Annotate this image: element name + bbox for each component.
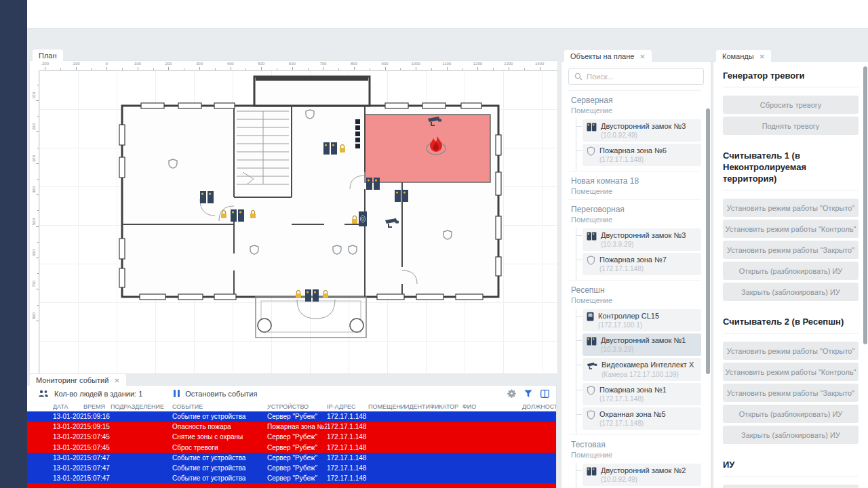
event-row[interactable]: 13-01-202115:07:45Снятие зоны с охраныСе… [27, 432, 556, 442]
ruler-label: -100 [72, 62, 80, 66]
room-group-header[interactable]: СервернаяПомещение [568, 90, 701, 119]
controller-icon [587, 311, 594, 324]
ruler-label: 500 [258, 62, 264, 66]
object-label: Двусторонний замок №3 (10.3.9.29) [601, 230, 697, 249]
plan-object-item[interactable]: Видеокамера Интеллект X (Камера 172.17.1… [583, 358, 701, 381]
room-type: Помещение [571, 106, 698, 115]
event-row[interactable]: 13-01-202115:09:16Событие от устройстваС… [27, 411, 556, 422]
object-label: Пожарная зона №7 (172.17.1.148) [599, 255, 697, 273]
command-button[interactable]: Закрыть (заблокировать) ИУ [723, 426, 859, 444]
column-header[interactable]: ВРЕМЯ [83, 403, 111, 410]
event-row[interactable] [27, 483, 556, 488]
objects-panel: СервернаяПомещениеДвусторонний замок №3 … [561, 62, 711, 488]
command-button[interactable]: Установить режим работы "Контроль" [723, 220, 859, 238]
column-header[interactable]: ФИО [462, 403, 522, 410]
plan-object-item[interactable]: Двусторонний замок №1 (10.3.9.29) [583, 333, 701, 356]
column-header[interactable]: СОБЫТИЕ [172, 403, 267, 410]
plan-object-item[interactable]: Двусторонний замок №2 (10.0.92.49) [583, 464, 701, 486]
ruler-label: 900 [382, 62, 389, 66]
command-button[interactable]: Установить режим работы "Закрыто" [723, 384, 859, 402]
object-address: (10.3.9.29) [601, 241, 633, 248]
command-button[interactable]: Установить режим работы "Контроль" [723, 363, 859, 381]
columns-icon[interactable] [540, 390, 549, 398]
event-row[interactable]: 13-01-202115:07:47Событие от устройстваС… [27, 473, 556, 483]
column-header[interactable]: ПОДРАЗДЕЛЕНИЕ [111, 403, 172, 410]
ruler-label: 300 [196, 62, 203, 66]
column-header[interactable]: УСТРОЙСТВО [267, 403, 327, 410]
room-group: ТестоваяПомещениеДвусторонний замок №2 (… [568, 434, 701, 488]
alarm-room[interactable] [365, 115, 490, 182]
tab-event-monitoring[interactable]: Мониторинг событий✕ [30, 374, 126, 387]
header [27, 0, 868, 28]
close-icon[interactable]: ✕ [639, 53, 645, 60]
plan-object-item[interactable]: Пожарная зона №1 (172.17.1.148) [583, 383, 701, 405]
room-group-header[interactable]: ПереговорнаяПомещение [568, 199, 701, 228]
command-button[interactable]: Открыть (разблокировать) ИУ [723, 262, 859, 280]
event-row[interactable]: 13-01-202115:09:15Опасность пожараПожарн… [27, 422, 556, 432]
room-name: Тестовая [571, 440, 698, 449]
column-header[interactable]: ПОМЕЩЕНИЕ [368, 403, 405, 410]
plan-object-item[interactable]: Пожарная зона №7 (172.17.1.148) [583, 253, 701, 275]
plan-object-item[interactable]: Контроллер CL15 (172.17.100.1) [583, 309, 701, 331]
plan-object-item[interactable]: Двусторонний замок №3 (10.3.9.29) [583, 228, 701, 251]
room-group-header[interactable]: РесепшнПомещение [568, 280, 701, 308]
people-count-label: Кол-во людей в здании: 1 [54, 390, 142, 398]
room-group: ПереговорнаяПомещениеДвусторонний замок … [568, 199, 701, 280]
command-button[interactable]: Установить режим работы "Закрыто" [723, 241, 859, 259]
command-section: Считыватель 1 (в Неконтролируемая террит… [713, 142, 868, 308]
object-address: (172.17.100.1) [598, 321, 642, 329]
column-header[interactable]: IP-АДРЕС [327, 403, 368, 410]
objects-tree: СервернаяПомещениеДвусторонний замок №3 … [561, 90, 711, 488]
command-button[interactable]: Закрыть (заблокировать) ИУ [723, 283, 859, 301]
tab-plan[interactable]: План [33, 49, 63, 62]
room-group: Новая комната 18Помещение [568, 171, 701, 199]
event-row[interactable]: 13-01-202115:07:45Сброс тревогиСервер "Р… [27, 443, 556, 453]
command-button[interactable]: Установить режим работы "Открыто" [723, 342, 859, 360]
pause-events-icon[interactable] [174, 390, 180, 397]
event-row[interactable]: 13-01-202115:07:47Событие от устройстваС… [27, 463, 556, 473]
floor-plan-canvas[interactable] [39, 70, 557, 373]
object-address: (172.17.1.148) [599, 395, 644, 403]
command-button[interactable]: Поставить на охрану [723, 485, 859, 488]
event-row[interactable]: 13-01-202115:07:47Событие от устройстваС… [27, 453, 556, 463]
objects-scrollbar[interactable] [706, 108, 710, 374]
ruler-label: 100 [134, 62, 141, 66]
command-button[interactable]: Сбросить тревогу [723, 96, 859, 114]
room-group: РесепшнПомещениеКонтроллер CL15 (172.17.… [568, 280, 701, 434]
close-icon[interactable]: ✕ [760, 53, 765, 60]
object-label: Охранная зона №5 (172.17.1.148) [599, 409, 697, 428]
column-header[interactable]: ДОЛЖНОСТЬ [522, 403, 556, 410]
search-input[interactable] [568, 68, 704, 85]
stop-events-label[interactable]: Остановить события [185, 390, 257, 398]
command-button[interactable]: Открыть (разблокировать) ИУ [723, 405, 859, 423]
room-group-header[interactable]: ТестоваяПомещение [568, 434, 701, 463]
column-header[interactable]: ДАТА [53, 403, 83, 410]
ruler-label: 700 [319, 62, 326, 66]
command-button[interactable]: Установить режим работы "Открыто" [723, 199, 859, 217]
room-type: Помещение [571, 451, 698, 459]
table-settings-gear-icon[interactable] [507, 389, 516, 398]
fingerprint-reader-icon[interactable] [359, 211, 367, 226]
room-name: Ресепшн [571, 285, 698, 295]
filter-funnel-icon[interactable] [524, 390, 532, 398]
command-button[interactable]: Поднять тревогу [723, 117, 859, 135]
ruler-label: 1400 [535, 62, 544, 66]
camera-icon [587, 360, 597, 373]
floor-plan-panel: -200-10001002003004005006007008009001000… [30, 61, 557, 373]
plan-object-item[interactable]: Двусторонний замок №3 (10.0.92.49) [583, 119, 701, 142]
ruler-horizontal: -200-10001002003004005006007008009001000… [39, 61, 557, 70]
door-lock-icon [587, 466, 597, 479]
server-rack-icon[interactable] [355, 119, 360, 148]
tab-commands[interactable]: Команды✕ [716, 50, 771, 63]
commands-scrollbar[interactable] [863, 66, 867, 344]
plan-object-item[interactable]: Пожарная зона №6 (172.17.1.148) [583, 144, 701, 166]
event-monitoring-panel: Кол-во людей в здании: 1 Остановить собы… [27, 386, 556, 488]
room-group: СервернаяПомещениеДвусторонний замок №3 … [568, 90, 701, 171]
close-icon[interactable]: ✕ [114, 377, 119, 384]
ruler-vertical: 100200300400500600700800 [30, 70, 39, 373]
plan-object-item[interactable]: Охранная зона №5 (172.17.1.148) [583, 407, 701, 430]
door-lock-icon [587, 230, 597, 243]
room-group-header[interactable]: Новая комната 18Помещение [568, 171, 701, 199]
tab-objects-on-plan[interactable]: Объекты на плане✕ [564, 50, 652, 63]
column-header[interactable]: ИДЕНТИФИКАТОР [405, 403, 462, 410]
